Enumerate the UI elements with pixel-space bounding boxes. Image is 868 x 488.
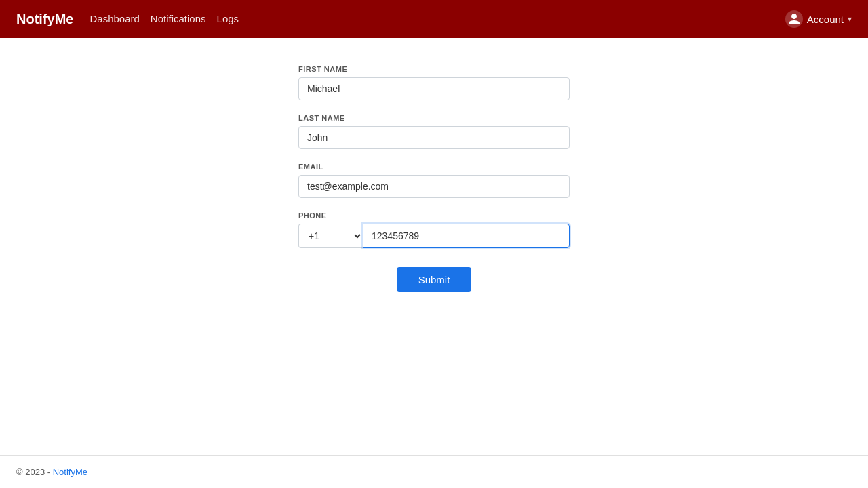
- footer: © 2023 - NotifyMe: [0, 455, 868, 488]
- email-label: EMAIL: [298, 163, 570, 171]
- phone-group: PHONE +1 +44 +91 +61: [298, 211, 570, 248]
- first-name-label: FIRST NAME: [298, 65, 570, 73]
- dropdown-arrow-icon: ▾: [848, 14, 852, 24]
- nav-link-notifications[interactable]: Notifications: [151, 13, 206, 24]
- nav-menu: Dashboard Notifications Logs: [90, 13, 239, 25]
- main-content: FIRST NAME LAST NAME EMAIL PHONE +1 +44 …: [0, 38, 868, 319]
- phone-label: PHONE: [298, 211, 570, 220]
- last-name-label: LAST NAME: [298, 114, 570, 122]
- last-name-input[interactable]: [298, 126, 570, 149]
- phone-number-input[interactable]: [363, 224, 570, 248]
- phone-input-group: +1 +44 +91 +61: [298, 224, 570, 248]
- nav-item-dashboard[interactable]: Dashboard: [90, 13, 139, 25]
- footer-text: © 2023 -: [16, 467, 53, 477]
- brand-logo[interactable]: NotifyMe: [16, 12, 73, 27]
- footer-brand: NotifyMe: [53, 467, 87, 477]
- form-container: FIRST NAME LAST NAME EMAIL PHONE +1 +44 …: [298, 65, 570, 292]
- nav-item-notifications[interactable]: Notifications: [151, 13, 206, 25]
- nav-link-dashboard[interactable]: Dashboard: [90, 13, 139, 24]
- account-menu[interactable]: Account ▾: [785, 10, 852, 28]
- submit-button[interactable]: Submit: [397, 267, 472, 292]
- account-label: Account: [807, 14, 844, 25]
- first-name-input[interactable]: [298, 77, 570, 100]
- nav-link-logs[interactable]: Logs: [217, 13, 239, 24]
- email-group: EMAIL: [298, 163, 570, 198]
- nav-item-logs[interactable]: Logs: [217, 13, 239, 25]
- navbar-left: NotifyMe Dashboard Notifications Logs: [16, 12, 239, 27]
- first-name-group: FIRST NAME: [298, 65, 570, 100]
- email-input[interactable]: [298, 175, 570, 198]
- account-icon: [785, 10, 803, 28]
- last-name-group: LAST NAME: [298, 114, 570, 149]
- phone-country-select[interactable]: +1 +44 +91 +61: [298, 224, 363, 248]
- navbar: NotifyMe Dashboard Notifications Logs Ac…: [0, 0, 868, 38]
